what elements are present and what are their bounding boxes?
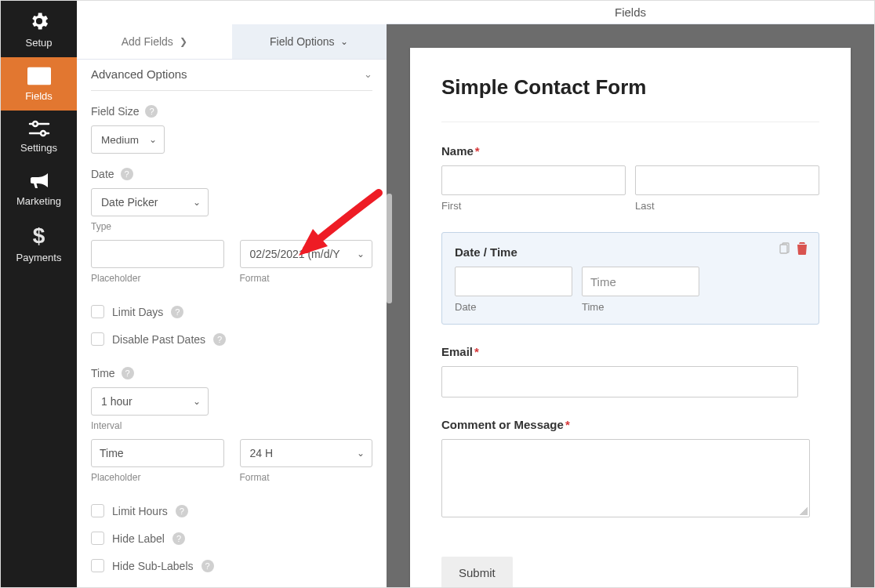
last-name-input[interactable]: [635, 165, 819, 195]
sub-label: Format: [240, 273, 373, 284]
help-icon[interactable]: ?: [202, 560, 214, 572]
date-placeholder-input[interactable]: [91, 240, 224, 268]
message-textarea[interactable]: [441, 439, 810, 517]
field-size-select[interactable]: Medium: [91, 125, 165, 154]
duplicate-icon[interactable]: [778, 242, 790, 257]
sub-label: Time: [582, 301, 699, 313]
sidebar-label: Setup: [1, 37, 77, 49]
preview-area: Fields Simple Contact Form Name* First L…: [387, 1, 874, 587]
sidebar-label: Settings: [1, 142, 77, 154]
trash-icon[interactable]: [797, 242, 808, 257]
sidebar-label: Payments: [1, 252, 77, 263]
sidebar-item-settings[interactable]: Settings: [1, 111, 77, 162]
button-label: Submit: [459, 566, 496, 579]
sub-label: Last: [635, 200, 819, 212]
svg-rect-0: [27, 68, 49, 85]
checkbox-label: Hide Label: [112, 532, 165, 545]
sliders-icon: [1, 120, 77, 137]
sidebar-item-fields[interactable]: Fields: [1, 57, 77, 111]
checkbox-label: Disable Past Dates: [112, 333, 205, 346]
field-label: Name: [441, 144, 474, 158]
placeholder-text: Time: [590, 275, 616, 289]
sub-label: Interval: [91, 420, 372, 431]
date-format-select[interactable]: 02/25/2021 (m/d/Y: [240, 240, 373, 268]
required-mark: *: [565, 418, 570, 431]
sub-label: Type: [91, 221, 372, 232]
limit-hours-checkbox[interactable]: [91, 504, 104, 517]
required-mark: *: [474, 345, 479, 358]
gear-icon: [1, 10, 77, 32]
svg-rect-8: [780, 245, 787, 253]
limit-days-checkbox[interactable]: [91, 305, 104, 318]
group-title: Advanced Options: [91, 67, 187, 81]
sidebar-label: Fields: [1, 90, 77, 102]
disable-past-checkbox[interactable]: [91, 332, 104, 346]
hide-label-checkbox[interactable]: [91, 532, 104, 545]
checkbox-label: Limit Days: [112, 306, 163, 318]
message-field[interactable]: Comment or Message*: [441, 418, 819, 517]
select-value: 02/25/2021 (m/d/Y: [250, 248, 340, 260]
scrollbar[interactable]: [387, 194, 392, 303]
time-label: Time: [91, 367, 115, 379]
list-icon: [1, 67, 77, 85]
help-icon[interactable]: ?: [176, 505, 188, 517]
help-icon[interactable]: ?: [172, 532, 185, 545]
help-icon[interactable]: ?: [121, 168, 133, 180]
email-field[interactable]: Email*: [441, 345, 819, 397]
sidebar-item-marketing[interactable]: Marketing: [1, 162, 77, 216]
field-label: Date / Time: [455, 245, 517, 259]
chevron-right-icon: ❯: [180, 36, 187, 47]
tab-label: Field Options: [270, 35, 334, 48]
field-label: Comment or Message: [441, 418, 564, 431]
sidebar-label: Marketing: [1, 195, 77, 207]
field-size-label: Field Size: [91, 105, 139, 118]
date-input[interactable]: [455, 267, 572, 296]
title-text: Fields: [615, 5, 646, 19]
help-icon[interactable]: ?: [145, 105, 158, 118]
time-placeholder-input[interactable]: [91, 439, 224, 467]
preview-title: Fields: [387, 1, 874, 24]
email-input[interactable]: [441, 366, 798, 397]
time-format-select[interactable]: 24 H: [240, 439, 373, 467]
sub-label: Placeholder: [91, 273, 224, 284]
date-label: Date: [91, 168, 114, 180]
svg-point-7: [41, 131, 45, 136]
sidebar: Setup Fields Settings Marketing $ Paymen…: [1, 1, 77, 587]
checkbox-label: Hide Sub-Labels: [112, 560, 194, 572]
advanced-options-header[interactable]: Advanced Options ⌄: [91, 60, 372, 91]
sidebar-item-payments[interactable]: $ Payments: [1, 216, 77, 272]
tab-field-options[interactable]: Field Options ⌄: [232, 24, 387, 59]
name-field[interactable]: Name* First Last: [441, 144, 819, 212]
sub-label: Format: [240, 472, 373, 483]
field-label: Email: [441, 345, 473, 358]
help-icon[interactable]: ?: [213, 333, 226, 346]
sidebar-item-setup[interactable]: Setup: [1, 1, 77, 57]
help-icon[interactable]: ?: [122, 367, 134, 379]
date-type-select[interactable]: Date Picker: [91, 188, 209, 216]
select-value: Medium: [101, 134, 139, 146]
sub-label: Date: [455, 301, 572, 313]
first-name-input[interactable]: [441, 165, 626, 195]
time-input[interactable]: Time: [582, 267, 699, 296]
bullhorn-icon: [1, 172, 77, 191]
chevron-down-icon: ⌄: [364, 68, 372, 80]
panel-topbar: [77, 1, 387, 24]
required-mark: *: [475, 144, 480, 158]
checkbox-label: Limit Hours: [112, 505, 168, 517]
submit-button[interactable]: Submit: [441, 557, 513, 587]
builder-panel: Add Fields ❯ Field Options ⌄ Advanced Op…: [77, 1, 387, 587]
select-value: Date Picker: [101, 196, 158, 209]
svg-point-5: [33, 122, 38, 126]
tab-add-fields[interactable]: Add Fields ❯: [77, 24, 232, 59]
select-value: 1 hour: [101, 395, 133, 408]
time-interval-select[interactable]: 1 hour: [91, 387, 209, 416]
sub-label: First: [441, 200, 626, 212]
hide-sub-checkbox[interactable]: [91, 559, 104, 572]
help-icon[interactable]: ?: [171, 306, 183, 318]
form-title: Simple Contact Form: [441, 75, 819, 122]
tab-label: Add Fields: [122, 35, 173, 48]
dollar-icon: $: [1, 225, 77, 247]
datetime-field-selected[interactable]: Date / Time Date Time Time: [441, 232, 819, 325]
select-value: 24 H: [250, 447, 274, 459]
chevron-down-icon: ⌄: [340, 36, 348, 47]
